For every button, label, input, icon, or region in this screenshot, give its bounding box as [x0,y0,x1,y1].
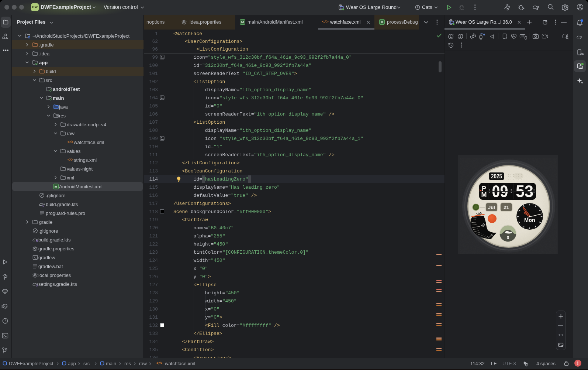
svg-text:2025: 2025 [491,173,502,179]
svg-text:1: 1 [450,35,452,38]
svg-text:2: 2 [459,35,461,38]
svg-text:21: 21 [504,205,509,210]
svg-text:Jul: Jul [488,205,495,210]
svg-text:0: 0 [507,235,509,240]
svg-text:M: M [481,191,487,198]
svg-text:Mon: Mon [524,217,535,223]
